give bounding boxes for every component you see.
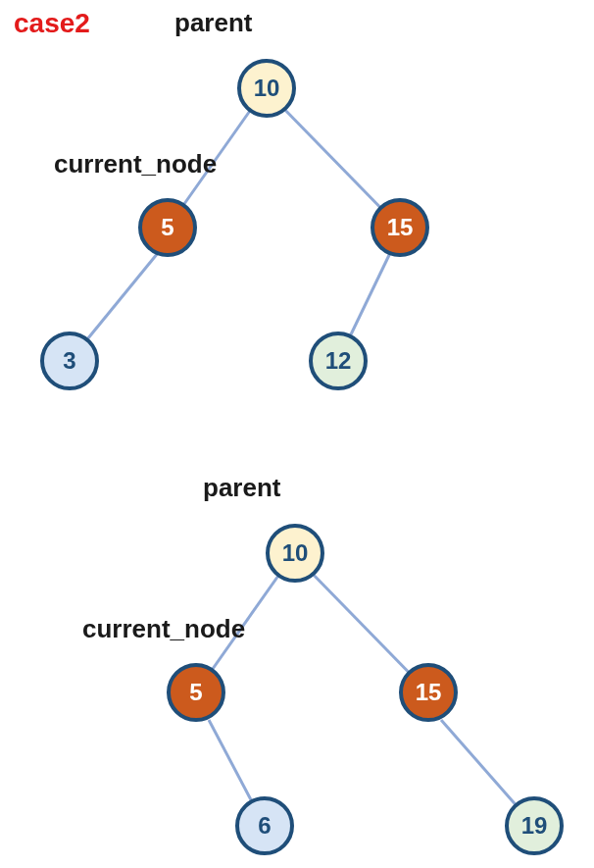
node-value: 19 — [521, 812, 548, 840]
tree2-node-10: 10 — [266, 524, 324, 583]
node-value: 10 — [282, 539, 309, 567]
tree2-node-6: 6 — [235, 796, 294, 855]
tree2-node-19: 19 — [505, 796, 564, 855]
node-value: 5 — [189, 679, 202, 706]
node-value: 6 — [258, 812, 271, 840]
tree2-node-15: 15 — [399, 663, 458, 722]
tree2-parent-label: parent — [203, 473, 280, 503]
node-value: 15 — [416, 679, 442, 706]
diagram-canvas: case2 parent current_node 10 5 15 3 12 p… — [0, 0, 594, 868]
tree2-node-5: 5 — [167, 663, 225, 722]
tree2-edges — [0, 0, 594, 868]
tree2-current-node-label: current_node — [82, 614, 245, 644]
